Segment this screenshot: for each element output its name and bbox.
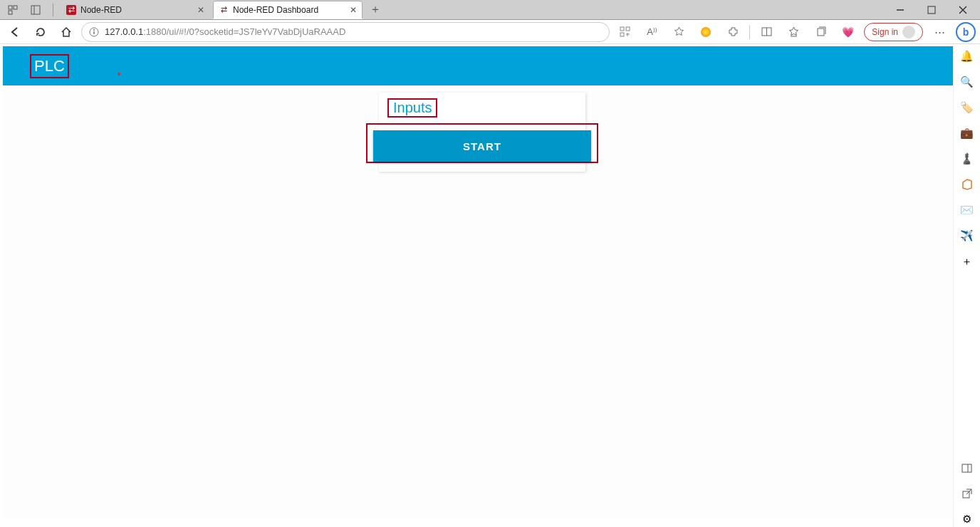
url-rest: :1880/ui/#!/0?socketid=JS7leYv7VabDjUaRA… [143, 26, 345, 37]
close-icon[interactable]: ✕ [350, 5, 357, 15]
svg-rect-0 [9, 6, 12, 9]
favorites-icon[interactable] [783, 21, 804, 43]
read-aloud-icon[interactable]: A)) [641, 21, 662, 43]
tab-actions-icon[interactable] [3, 1, 23, 19]
performance-icon[interactable]: 💗 [837, 21, 858, 43]
edge-sidebar: 🔔 🔍 🏷️ 💼 ♟️ ✉️ ✈️ ＋ ⚙ [953, 44, 980, 527]
more-icon[interactable]: ⋯ [929, 21, 950, 43]
notifications-icon[interactable]: 🔔 [959, 48, 975, 64]
split-screen-icon[interactable] [756, 21, 777, 43]
close-window-icon[interactable] [949, 1, 977, 19]
add-icon[interactable]: ＋ [959, 254, 975, 269]
address-bar[interactable]: 127.0.0.1:1880/ui/#!/0?socketid=JS7leYv7… [81, 22, 610, 42]
svg-rect-13 [626, 27, 630, 31]
tab-label: Node-RED Dashboard [233, 5, 345, 15]
node-red-icon: ⇄ [66, 5, 76, 15]
signin-button[interactable]: Sign in [864, 23, 923, 41]
divider [53, 4, 53, 16]
dashboard-body: Inputs START [3, 85, 953, 518]
tools-icon[interactable]: 💼 [959, 125, 975, 141]
svg-point-11 [93, 29, 95, 31]
search-icon[interactable]: 🔍 [959, 74, 975, 90]
info-icon[interactable] [89, 27, 99, 37]
start-button[interactable]: START [373, 130, 591, 162]
svg-rect-3 [31, 6, 40, 14]
dashboard-page: PLC Inputs START [3, 46, 953, 518]
tab-label: Node-RED [80, 5, 193, 15]
node-red-dashboard-icon: ⇄ [219, 5, 229, 15]
svg-rect-14 [620, 33, 624, 36]
svg-rect-18 [818, 28, 824, 36]
signin-label: Sign in [872, 27, 898, 37]
inputs-card: Inputs START [379, 93, 585, 172]
bing-icon[interactable]: b [956, 22, 976, 42]
tab-node-red[interactable]: ⇄ Node-RED ✕ [61, 1, 210, 19]
refresh-icon[interactable] [30, 21, 51, 43]
svg-rect-19 [962, 464, 971, 472]
external-icon[interactable] [959, 486, 975, 501]
outlook-icon[interactable]: ✉️ [959, 202, 975, 218]
idm-icon[interactable] [695, 21, 716, 43]
page-title: PLC [30, 54, 69, 78]
card-title: Inputs [387, 98, 437, 118]
back-icon[interactable] [4, 21, 26, 43]
annotation-dot [118, 73, 120, 75]
avatar-icon [902, 26, 915, 38]
vertical-tabs-icon[interactable] [26, 1, 46, 19]
star-icon[interactable] [668, 21, 689, 43]
apps-icon[interactable] [614, 21, 635, 43]
extensions-icon[interactable] [722, 21, 744, 43]
send-icon[interactable]: ✈️ [959, 228, 975, 244]
svg-rect-12 [620, 27, 624, 31]
svg-rect-2 [9, 11, 12, 14]
home-icon[interactable] [56, 21, 77, 43]
browser-tabstrip: ⇄ Node-RED ✕ ⇄ Node-RED Dashboard ✕ ＋ [0, 0, 980, 20]
office-icon[interactable] [959, 177, 975, 192]
url-host: 127.0.0.1 [105, 26, 143, 37]
new-tab-button[interactable]: ＋ [365, 2, 385, 17]
collections-icon[interactable] [810, 21, 831, 43]
games-icon[interactable]: ♟️ [959, 151, 975, 167]
minimize-icon[interactable] [886, 1, 914, 19]
shopping-icon[interactable]: 🏷️ [959, 100, 975, 115]
viewport: PLC Inputs START [0, 44, 953, 518]
maximize-icon[interactable] [917, 1, 946, 19]
settings-icon[interactable]: ⚙ [959, 511, 975, 527]
browser-navbar: 127.0.0.1:1880/ui/#!/0?socketid=JS7leYv7… [0, 20, 980, 44]
sidebar-toggle-icon[interactable] [959, 460, 975, 476]
close-icon[interactable]: ✕ [197, 5, 204, 15]
svg-rect-1 [14, 6, 17, 9]
tab-dashboard[interactable]: ⇄ Node-RED Dashboard ✕ [213, 1, 363, 19]
dashboard-header: PLC [3, 46, 953, 85]
divider [749, 25, 750, 39]
url-text: 127.0.0.1:1880/ui/#!/0?socketid=JS7leYv7… [105, 26, 602, 37]
svg-rect-6 [928, 6, 935, 14]
